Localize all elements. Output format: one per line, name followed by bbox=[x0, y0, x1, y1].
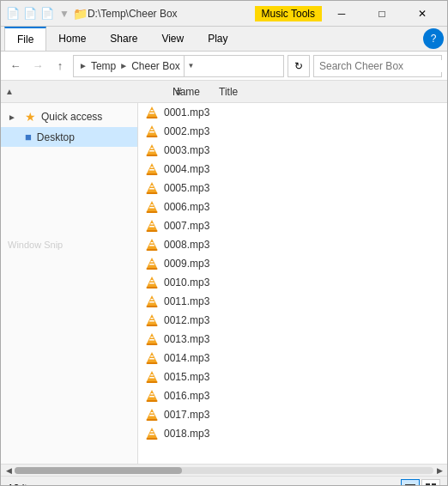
list-item[interactable]: 0014.mp3 bbox=[138, 349, 447, 368]
list-item[interactable]: 0005.mp3 bbox=[138, 179, 447, 197]
minimize-button[interactable]: ─ bbox=[322, 1, 361, 27]
list-item[interactable]: 0002.mp3 bbox=[138, 122, 447, 141]
file-name: 0018.mp3 bbox=[164, 428, 209, 440]
svg-rect-76 bbox=[432, 483, 436, 487]
sidebar-item-desktop[interactable]: ■ Desktop bbox=[1, 127, 137, 147]
sidebar-item-quickaccess[interactable]: ► ★ Quick access bbox=[1, 106, 137, 127]
back-button[interactable]: ← bbox=[6, 57, 25, 76]
svg-marker-64 bbox=[147, 409, 157, 419]
scroll-left-button[interactable]: ◀ bbox=[3, 465, 15, 477]
list-item[interactable]: 0015.mp3 bbox=[138, 368, 447, 386]
svg-rect-47 bbox=[147, 325, 158, 326]
list-item[interactable]: 0003.mp3 bbox=[138, 141, 447, 160]
file-list: 0001.mp30002.mp30003.mp30004.mp30005.mp3… bbox=[138, 103, 447, 464]
file-name: 0009.mp3 bbox=[164, 258, 209, 270]
list-item[interactable]: 0018.mp3 bbox=[138, 424, 447, 443]
column-header: ▲ Name # Title bbox=[1, 81, 447, 103]
view-details-button[interactable] bbox=[401, 479, 420, 487]
svg-marker-52 bbox=[147, 352, 157, 362]
svg-marker-46 bbox=[150, 318, 154, 319]
svg-marker-32 bbox=[147, 258, 157, 268]
svg-marker-61 bbox=[149, 396, 154, 398]
tab-share[interactable]: Share bbox=[98, 27, 149, 51]
svg-rect-23 bbox=[147, 211, 158, 213]
svg-marker-10 bbox=[150, 148, 154, 149]
sidebar-label-desktop: Desktop bbox=[37, 131, 75, 143]
scrollbar-track[interactable] bbox=[15, 467, 433, 474]
col-hash-header[interactable]: # bbox=[173, 86, 215, 98]
scrollbar-thumb[interactable] bbox=[15, 467, 182, 474]
list-item[interactable]: 0010.mp3 bbox=[138, 273, 447, 292]
list-item[interactable]: 0013.mp3 bbox=[138, 330, 447, 349]
tab-file[interactable]: File bbox=[4, 27, 46, 51]
col-name-header[interactable]: Name bbox=[18, 86, 173, 98]
svg-marker-45 bbox=[149, 320, 154, 322]
svg-rect-3 bbox=[147, 117, 158, 118]
up-button[interactable]: ↑ bbox=[51, 57, 70, 76]
svg-marker-70 bbox=[150, 431, 154, 433]
list-item[interactable]: 0008.mp3 bbox=[138, 235, 447, 254]
title-file-icon3: 📄 bbox=[40, 7, 54, 20]
horizontal-scrollbar[interactable]: ◀ ▶ bbox=[1, 464, 447, 476]
svg-rect-35 bbox=[147, 268, 158, 270]
vlc-icon bbox=[145, 143, 159, 157]
tab-play[interactable]: Play bbox=[196, 27, 239, 51]
breadcrumb-cheerbox[interactable]: Cheer Box bbox=[131, 60, 180, 72]
music-tools-tab[interactable]: Music Tools bbox=[255, 6, 322, 21]
svg-marker-37 bbox=[149, 282, 154, 284]
list-item[interactable]: 0017.mp3 bbox=[138, 405, 447, 424]
sidebar: ► ★ Quick access ■ Desktop Window Snip bbox=[1, 103, 138, 464]
title-folder-icon: 📁 bbox=[73, 7, 88, 21]
breadcrumb-temp[interactable]: Temp bbox=[91, 60, 116, 72]
list-item[interactable]: 0007.mp3 bbox=[138, 216, 447, 235]
svg-rect-27 bbox=[147, 230, 158, 232]
col-title-header[interactable]: Title bbox=[215, 86, 447, 98]
list-item[interactable]: 0006.mp3 bbox=[138, 197, 447, 216]
svg-rect-75 bbox=[426, 483, 430, 487]
path-dropdown[interactable]: ▼ bbox=[184, 55, 197, 77]
svg-rect-72 bbox=[405, 484, 415, 486]
list-item[interactable]: 0009.mp3 bbox=[138, 254, 447, 273]
svg-rect-63 bbox=[147, 400, 158, 402]
svg-rect-71 bbox=[147, 438, 158, 440]
list-item[interactable]: 0004.mp3 bbox=[138, 160, 447, 179]
svg-marker-13 bbox=[149, 169, 154, 171]
quickaccess-icon: ★ bbox=[25, 110, 36, 124]
col-up-arrow: ▲ bbox=[1, 87, 18, 96]
search-box: 🔍 bbox=[313, 55, 442, 77]
vlc-icon bbox=[145, 351, 159, 365]
svg-marker-41 bbox=[149, 301, 154, 303]
path-separator: ► bbox=[119, 61, 128, 70]
file-name: 0004.mp3 bbox=[164, 163, 209, 175]
search-input[interactable] bbox=[314, 60, 448, 72]
svg-marker-57 bbox=[149, 377, 154, 379]
file-name: 0010.mp3 bbox=[164, 276, 209, 289]
svg-marker-58 bbox=[150, 374, 154, 376]
vlc-icon bbox=[145, 276, 159, 289]
address-path[interactable]: ► Temp ► Cheer Box ▼ bbox=[73, 55, 284, 77]
tab-view[interactable]: View bbox=[149, 27, 196, 51]
details-view-icon bbox=[405, 483, 415, 487]
svg-marker-65 bbox=[149, 415, 154, 416]
address-bar: ← → ↑ ► Temp ► Cheer Box ▼ ↻ 🔍 bbox=[1, 52, 447, 81]
forward-button[interactable]: → bbox=[28, 57, 47, 76]
refresh-button[interactable]: ↻ bbox=[288, 55, 310, 77]
svg-marker-56 bbox=[147, 371, 157, 381]
list-item[interactable]: 0011.mp3 bbox=[138, 292, 447, 311]
list-item[interactable]: 0016.mp3 bbox=[138, 386, 447, 405]
svg-rect-19 bbox=[147, 192, 158, 194]
ribbon-tabs: File Home Share View Play ? bbox=[1, 27, 447, 52]
list-item[interactable]: 0012.mp3 bbox=[138, 311, 447, 330]
svg-marker-49 bbox=[149, 339, 154, 341]
close-button[interactable]: ✕ bbox=[403, 1, 442, 27]
svg-rect-55 bbox=[147, 362, 158, 364]
maximize-button[interactable]: □ bbox=[362, 1, 402, 27]
list-item[interactable]: 0001.mp3 bbox=[138, 103, 447, 122]
svg-marker-12 bbox=[147, 163, 157, 173]
help-button[interactable]: ? bbox=[423, 28, 444, 49]
vlc-icon bbox=[145, 370, 159, 384]
tab-home[interactable]: Home bbox=[46, 27, 98, 51]
svg-marker-69 bbox=[149, 434, 154, 435]
scroll-right-button[interactable]: ▶ bbox=[433, 465, 445, 477]
view-large-button[interactable] bbox=[421, 479, 440, 487]
